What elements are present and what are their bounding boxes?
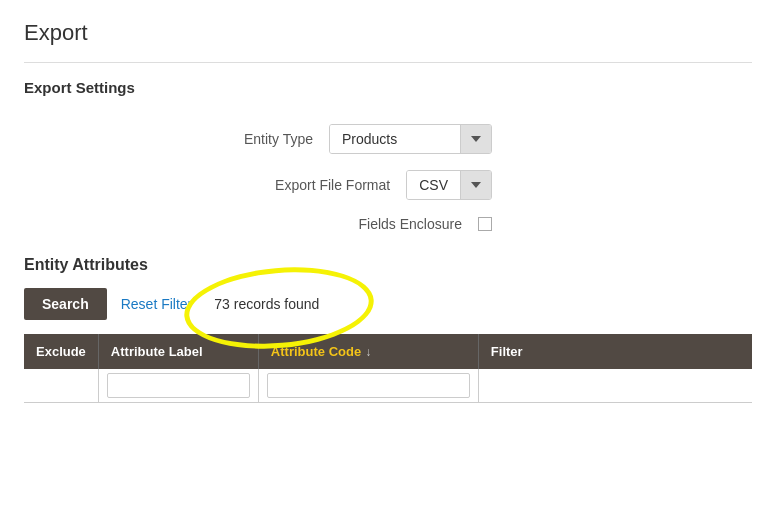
- page-title: Export: [24, 20, 752, 46]
- export-file-format-dropdown-btn[interactable]: [460, 171, 491, 199]
- th-filter: Filter: [478, 334, 752, 369]
- sort-arrow-icon: ↓: [365, 345, 371, 359]
- filter-row: [24, 369, 752, 403]
- reset-filter-button[interactable]: Reset Filter: [117, 296, 197, 312]
- chevron-down-icon: [471, 136, 481, 142]
- search-button[interactable]: Search: [24, 288, 107, 320]
- filter-cell-exclude: [24, 369, 98, 403]
- entity-type-row: Entity Type Products: [24, 124, 752, 154]
- fields-enclosure-control: [478, 217, 492, 231]
- records-found: 73 records found: [214, 296, 319, 312]
- toolbar: Search Reset Filter 73 records found: [24, 288, 752, 320]
- fields-enclosure-row: Fields Enclosure: [24, 216, 752, 232]
- th-exclude: Exclude: [24, 334, 98, 369]
- th-attribute-label: Attribute Label: [98, 334, 258, 369]
- entity-attributes-title: Entity Attributes: [24, 256, 752, 274]
- attribute-label-filter-input[interactable]: [107, 373, 250, 398]
- attribute-code-filter-input[interactable]: [267, 373, 470, 398]
- filter-cell-attribute-code: [258, 369, 478, 403]
- chevron-down-icon-csv: [471, 182, 481, 188]
- export-file-format-label: Export File Format: [240, 177, 390, 193]
- export-file-format-value: CSV: [407, 171, 460, 199]
- export-settings-section: Export Settings Entity Type Products Exp…: [24, 79, 752, 232]
- filter-cell-filter: [478, 369, 752, 403]
- export-file-format-control: CSV: [406, 170, 492, 200]
- export-file-format-select[interactable]: CSV: [406, 170, 492, 200]
- th-attribute-code[interactable]: Attribute Code ↓: [258, 334, 478, 369]
- export-settings-title: Export Settings: [24, 79, 752, 104]
- entity-type-value: Products: [330, 125, 460, 153]
- entity-attributes-table: Exclude Attribute Label Attribute Code ↓…: [24, 334, 752, 403]
- divider: [24, 62, 752, 63]
- table-header-row: Exclude Attribute Label Attribute Code ↓…: [24, 334, 752, 369]
- filter-cell-attribute-label: [98, 369, 258, 403]
- entity-type-dropdown-btn[interactable]: [460, 125, 491, 153]
- entity-type-label: Entity Type: [163, 131, 313, 147]
- export-file-format-row: Export File Format CSV: [24, 170, 752, 200]
- fields-enclosure-label: Fields Enclosure: [312, 216, 462, 232]
- entity-type-select[interactable]: Products: [329, 124, 492, 154]
- fields-enclosure-checkbox[interactable]: [478, 217, 492, 231]
- entity-type-control: Products: [329, 124, 492, 154]
- entity-attributes-section: Entity Attributes Search Reset Filter 73…: [24, 256, 752, 403]
